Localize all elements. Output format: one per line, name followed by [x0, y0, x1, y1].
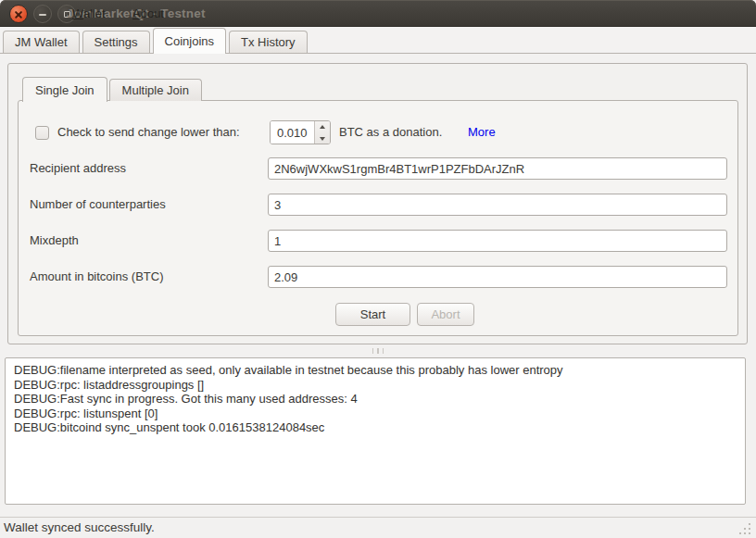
log-line: DEBUG:bitcoind sync_unspent took 0.01615… — [14, 420, 737, 435]
log-line: DEBUG:Fast sync in progress. Got this ma… — [14, 392, 737, 407]
main-tabbar: JM Wallet Settings Coinjoins Tx History — [0, 27, 756, 54]
donation-amount-spinbox — [270, 120, 331, 144]
splitter-handle[interactable] — [0, 346, 756, 356]
tab-multiple-join[interactable]: Multiple Join — [109, 79, 202, 101]
amount-row: Amount in bitcoins (BTC) — [30, 266, 728, 288]
log-line: DEBUG:rpc: listunspent [0] — [14, 407, 737, 421]
join-tabbar: Single Join Multiple Join — [22, 76, 204, 101]
tab-settings[interactable]: Settings — [82, 31, 150, 53]
donation-checkbox-label: Check to send change lower than: — [57, 125, 240, 139]
recipient-label: Recipient address — [30, 161, 126, 175]
status-message: Wallet synced successfully. — [4, 520, 155, 534]
mixdepth-row: Mixdepth — [30, 230, 728, 252]
tab-tx-history[interactable]: Tx History — [229, 31, 308, 53]
app-window: JoinMarketQt - Testnet Wallet About JM W… — [0, 0, 756, 538]
donation-checkbox[interactable] — [35, 126, 49, 140]
mixdepth-input[interactable] — [268, 230, 727, 252]
donation-amount-input[interactable] — [271, 121, 314, 144]
tab-coinjoins[interactable]: Coinjoins — [153, 28, 226, 54]
counterparties-input[interactable] — [268, 194, 727, 216]
recipient-row: Recipient address — [30, 157, 728, 180]
menu-wallet[interactable]: Wallet — [72, 0, 106, 27]
chevron-up-icon — [320, 125, 325, 129]
coinjoins-groupbox: Single Join Multiple Join Check to send … — [7, 63, 748, 344]
amount-label: Amount in bitcoins (BTC) — [30, 269, 164, 283]
menu-about[interactable]: About — [132, 0, 164, 27]
recipient-address-input[interactable] — [268, 157, 727, 180]
menubar: Wallet About — [0, 0, 756, 27]
titlebar[interactable]: JoinMarketQt - Testnet Wallet About — [0, 0, 756, 27]
tab-jm-wallet[interactable]: JM Wallet — [3, 31, 80, 53]
spin-up-button[interactable] — [315, 121, 330, 132]
donation-suffix-label: BTC as a donation. — [339, 125, 442, 139]
chevron-down-icon — [320, 137, 325, 141]
counterparties-row: Number of counterparties — [30, 194, 728, 216]
abort-button: Abort — [417, 303, 474, 326]
log-line: DEBUG:rpc: listaddressgroupings [] — [14, 378, 737, 393]
spin-down-button[interactable] — [315, 132, 330, 144]
statusbar: Wallet synced successfully. — [0, 517, 756, 538]
single-join-panel: Check to send change lower than: BTC as … — [18, 100, 738, 336]
mixdepth-label: Mixdepth — [30, 233, 79, 247]
tab-single-join[interactable]: Single Join — [22, 77, 107, 102]
donation-more-link[interactable]: More — [468, 125, 496, 139]
resize-grip-icon[interactable] — [739, 523, 741, 525]
log-line: DEBUG:filename interpreted as seed, only… — [14, 363, 737, 378]
start-button[interactable]: Start — [335, 303, 410, 326]
counterparties-label: Number of counterparties — [30, 197, 166, 211]
donation-row: Check to send change lower than: BTC as … — [19, 120, 737, 144]
debug-log[interactable]: DEBUG:filename interpreted as seed, only… — [5, 357, 746, 505]
amount-input[interactable] — [268, 266, 727, 288]
